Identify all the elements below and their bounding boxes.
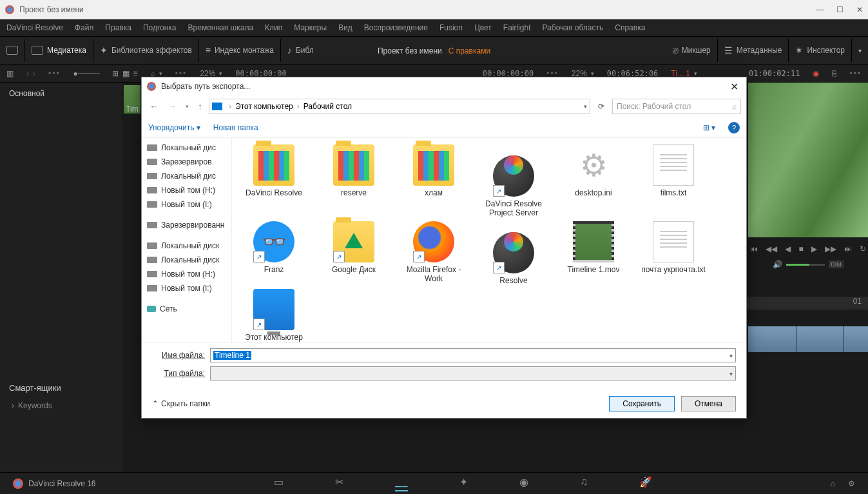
layout-icon[interactable]: [6, 46, 18, 55]
effects-library-button[interactable]: ✦Библиотека эффектов: [100, 45, 192, 55]
close-button[interactable]: ✕: [856, 5, 863, 14]
tree-node[interactable]: Локальный дис: [142, 141, 231, 155]
thumb-view-icon[interactable]: ▦: [122, 69, 130, 78]
file-item[interactable]: Mozilla Firefox - Work: [398, 221, 469, 285]
file-item[interactable]: Timeline 1.mov: [558, 221, 629, 285]
minimize-button[interactable]: —: [816, 5, 824, 14]
grid-icon[interactable]: ⊞: [112, 69, 119, 78]
media-pool-button[interactable]: Медиатека: [32, 46, 86, 55]
tree-node[interactable]: Новый том (H:): [142, 183, 231, 197]
deliver-page-icon[interactable]: 🚀: [639, 476, 652, 491]
breadcrumb-dropdown-icon[interactable]: ▾: [584, 103, 587, 110]
organize-button[interactable]: Упорядочить ▾: [148, 123, 200, 132]
speaker-icon[interactable]: 🔊: [773, 260, 782, 269]
hide-folders-button[interactable]: ⌃Скрыть папки: [152, 399, 210, 408]
tree-node-network[interactable]: Сеть: [142, 302, 231, 316]
tree-node[interactable]: Локальный диск: [142, 239, 231, 253]
menu-fairlight[interactable]: Fairlight: [503, 23, 531, 32]
media-page-icon[interactable]: ▭: [274, 476, 284, 491]
menu-workspace[interactable]: Рабочая область: [543, 23, 604, 32]
slider-icon[interactable]: ●────: [73, 69, 100, 78]
file-item[interactable]: хлам: [398, 144, 469, 217]
file-item[interactable]: DaVinci Resolve Project Server: [478, 144, 549, 217]
tree-node[interactable]: Новый том (I:): [142, 197, 231, 212]
tree-node[interactable]: Зарезервиров: [142, 155, 231, 169]
file-item[interactable]: почта укрпочта.txt: [638, 221, 709, 285]
options4-icon[interactable]: •••: [849, 69, 862, 78]
stop-icon[interactable]: ■: [798, 244, 803, 253]
mixer-button[interactable]: ⎚Микшер: [673, 45, 711, 55]
options-icon[interactable]: •••: [48, 69, 61, 78]
menu-help[interactable]: Справка: [615, 23, 645, 32]
search-box[interactable]: Поиск: Рабочий стол ⌕: [612, 99, 741, 114]
dim-badge[interactable]: DIM: [829, 261, 844, 268]
nav-dropdown-icon[interactable]: ▾: [183, 103, 191, 110]
timeline-clips[interactable]: [748, 326, 868, 352]
refresh-icon[interactable]: ⟳: [594, 102, 608, 111]
settings-icon[interactable]: ⚙: [848, 479, 855, 488]
save-button[interactable]: Сохранить: [609, 396, 675, 411]
prev-clip-icon[interactable]: ‹: [26, 69, 29, 78]
view-mode-icon[interactable]: ⊞ ▾: [703, 123, 715, 132]
nav-up-icon[interactable]: ↑: [195, 101, 205, 112]
file-item[interactable]: DaVinci Resolve: [238, 144, 309, 217]
file-item[interactable]: Resolve: [478, 221, 549, 285]
menu-fusion[interactable]: Fusion: [439, 23, 463, 32]
marker-icon[interactable]: ◉: [813, 69, 819, 78]
sound-library-button[interactable]: ♪Библ: [287, 45, 314, 55]
help-icon[interactable]: ?: [728, 122, 740, 133]
search-icon[interactable]: ⌕: [732, 102, 737, 111]
file-item[interactable]: films.txt: [638, 144, 709, 217]
menu-color[interactable]: Цвет: [474, 23, 492, 32]
nav-back-icon[interactable]: ←: [147, 101, 161, 112]
breadcrumb-2[interactable]: Рабочий стол: [304, 102, 352, 111]
loop-icon[interactable]: ↻: [860, 244, 866, 253]
dialog-close-icon[interactable]: ✕: [728, 81, 741, 93]
cut-page-icon[interactable]: ✂: [335, 476, 343, 491]
nav-forward-icon[interactable]: →: [165, 101, 179, 112]
file-item[interactable]: Этот компьютер: [238, 289, 309, 342]
color-page-icon[interactable]: ◉: [519, 476, 528, 491]
fairlight-page-icon[interactable]: ♫: [580, 476, 588, 491]
metadata-button[interactable]: ☰Метаданные: [724, 45, 782, 55]
filename-input[interactable]: Timeline 1▾: [210, 348, 736, 362]
bin-main[interactable]: Основной: [3, 85, 120, 102]
list-view-icon[interactable]: ≡: [133, 69, 138, 78]
menu-trim[interactable]: Подгонка: [143, 23, 177, 32]
play-icon[interactable]: ▶: [811, 244, 817, 253]
file-item[interactable]: Google Диск: [318, 221, 389, 285]
fusion-page-icon[interactable]: ✦: [459, 476, 468, 491]
menu-davinci[interactable]: DaVinci Resolve: [6, 23, 63, 32]
maximize-button[interactable]: ☐: [836, 5, 844, 14]
last-frame-icon[interactable]: ⏭: [844, 244, 852, 253]
menu-clip[interactable]: Клип: [265, 23, 282, 32]
volume-slider[interactable]: [786, 264, 825, 266]
keywords-bin[interactable]: ›Keywords: [3, 397, 120, 414]
menu-edit[interactable]: Правка: [105, 23, 131, 32]
breadcrumb-1[interactable]: Этот компьютер: [235, 102, 293, 111]
tree-node[interactable]: Локальный диск: [142, 253, 231, 267]
filetype-combo[interactable]: ▾: [210, 366, 736, 380]
inspector-button[interactable]: ✶Инспектор: [795, 45, 845, 55]
clip-3[interactable]: [844, 326, 868, 352]
breadcrumb-bar[interactable]: › Этот компьютер › Рабочий стол ▾: [209, 99, 590, 114]
export-icon[interactable]: ⎘: [832, 69, 836, 78]
home-icon[interactable]: ⌂: [831, 479, 835, 488]
clip-thumbnail[interactable]: Tim: [124, 85, 140, 114]
file-item[interactable]: reserve: [318, 144, 389, 217]
expand-button[interactable]: ▾: [858, 47, 862, 54]
clip-2[interactable]: [796, 326, 845, 352]
panel-toggle-icon[interactable]: ▥: [6, 69, 14, 78]
file-item[interactable]: ⚙desktop.ini: [558, 144, 629, 217]
clip-1[interactable]: [748, 326, 796, 352]
menu-timeline[interactable]: Временная шкала: [188, 23, 254, 32]
edit-page-icon[interactable]: ⎯⎯: [395, 476, 408, 491]
tree-node[interactable]: Новый том (I:): [142, 281, 231, 295]
menu-file[interactable]: Файл: [75, 23, 94, 32]
menu-view[interactable]: Вид: [338, 23, 352, 32]
play-reverse-icon[interactable]: ◀: [785, 244, 791, 253]
tree-node[interactable]: Локальный дис: [142, 169, 231, 183]
folder-tree[interactable]: Локальный дис Зарезервиров Локальный дис…: [142, 138, 232, 342]
next-frame-icon[interactable]: ▶▶: [825, 244, 836, 253]
tree-node[interactable]: Новый том (H:): [142, 267, 231, 281]
